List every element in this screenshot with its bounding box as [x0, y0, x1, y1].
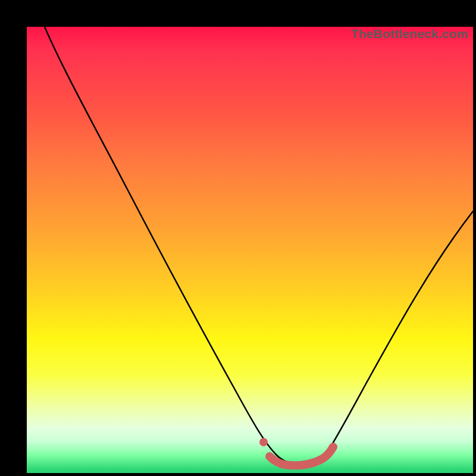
chart-plot-area: TheBottleneck.com [27, 27, 473, 473]
chart-svg [27, 27, 473, 473]
bottleneck-curve [45, 27, 473, 464]
optimal-range-highlight [270, 447, 333, 465]
chart-frame: TheBottleneck.com [12, 12, 464, 464]
highlight-dot-start [259, 438, 268, 446]
